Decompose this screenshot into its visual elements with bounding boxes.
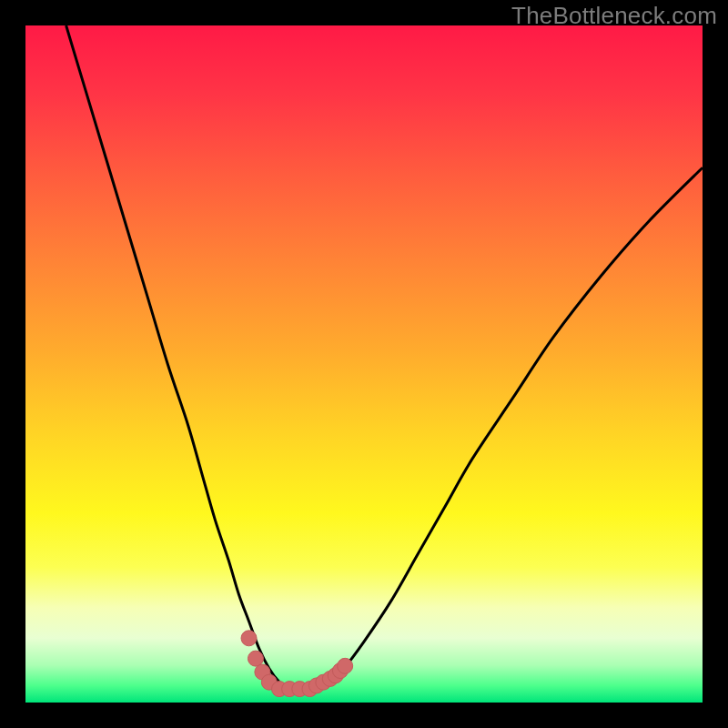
plot-area — [25, 25, 703, 703]
chart-frame: TheBottleneck.com — [0, 0, 728, 728]
marker-point — [338, 658, 353, 673]
gradient-background — [25, 25, 703, 703]
marker-point — [248, 651, 263, 666]
marker-point — [241, 631, 257, 646]
bottleneck-chart — [25, 25, 703, 703]
